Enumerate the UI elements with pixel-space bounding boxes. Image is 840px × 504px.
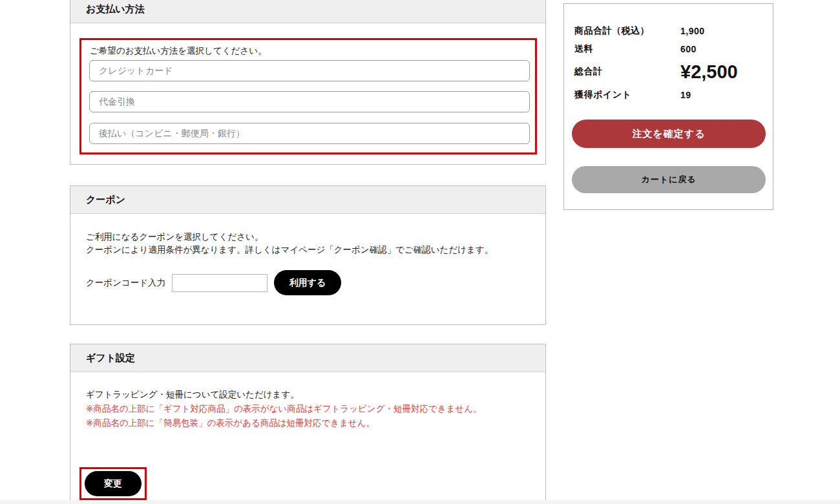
payment-option-cash-on-delivery[interactable]: 代金引換: [89, 91, 530, 112]
subtotal-label: 商品合計（税込）: [574, 25, 680, 37]
payment-option-deferred-payment[interactable]: 後払い（コンビニ・郵便局・銀行）: [89, 123, 530, 144]
gift-description-line: ギフトラッピング・短冊について設定いただけます。: [86, 388, 482, 402]
grand-total-value: ¥2,500: [680, 61, 738, 83]
summary-row-points: 獲得ポイント 19: [574, 89, 762, 101]
coupon-description-line1: ご利用になるクーポンを選択してください。: [86, 231, 493, 244]
payment-section-header: お支払い方法: [70, 0, 545, 23]
payment-option-label: 後払い（コンビニ・郵便局・銀行）: [99, 128, 245, 140]
coupon-apply-button[interactable]: 利用する: [274, 270, 341, 295]
payment-section-title: お支払い方法: [86, 3, 145, 16]
coupon-section-header: クーポン: [70, 186, 545, 214]
coupon-description: ご利用になるクーポンを選択してください。 クーポンにより適用条件が異なります。詳…: [86, 231, 493, 257]
shipping-label: 送料: [574, 43, 680, 55]
points-label: 獲得ポイント: [574, 89, 680, 101]
subtotal-value: 1,900: [680, 26, 705, 36]
back-to-cart-button[interactable]: カートに戻る: [572, 166, 766, 193]
gift-change-button[interactable]: 変更: [85, 471, 142, 496]
coupon-code-label: クーポンコード入力: [86, 277, 165, 289]
summary-row-shipping: 送料 600: [574, 43, 762, 55]
shipping-value: 600: [680, 44, 697, 54]
grand-total-label: 総合計: [574, 66, 680, 78]
change-button-highlight-box: 変更: [79, 467, 147, 500]
coupon-section: クーポン ご利用になるクーポンを選択してください。 クーポンにより適用条件が異な…: [70, 185, 546, 325]
order-summary-panel: 商品合計（税込） 1,900 送料 600 総合計 ¥2,500 獲得ポイント …: [563, 3, 773, 210]
gift-section-header: ギフト設定: [70, 344, 545, 372]
bottom-page-strip: [0, 500, 840, 504]
confirm-order-button[interactable]: 注文を確定する: [572, 120, 766, 148]
coupon-section-title: クーポン: [86, 194, 125, 206]
payment-option-label: 代金引換: [99, 96, 135, 108]
gift-warning-line1: ※商品名の上部に「ギフト対応商品」の表示がない商品はギフトラッピング・短冊対応で…: [86, 402, 482, 416]
coupon-code-input[interactable]: [172, 274, 268, 292]
payment-highlight-box: ご希望のお支払い方法を選択してください。 クレジットカード 代金引換 後払い（コ…: [79, 38, 537, 154]
payment-method-section: お支払い方法 ご希望のお支払い方法を選択してください。 クレジットカード 代金引…: [70, 0, 546, 165]
gift-warning-line2: ※商品名の上部に「簡易包装」の表示がある商品は短冊対応できません。: [86, 416, 482, 430]
gift-description: ギフトラッピング・短冊について設定いただけます。 ※商品名の上部に「ギフト対応商…: [86, 388, 482, 430]
coupon-description-line2: クーポンにより適用条件が異なります。詳しくはマイページ「クーポン確認」でご確認い…: [86, 244, 493, 257]
coupon-input-row: クーポンコード入力 利用する: [86, 270, 341, 295]
gift-settings-section: ギフト設定 ギフトラッピング・短冊について設定いただけます。 ※商品名の上部に「…: [70, 344, 546, 504]
payment-option-label: クレジットカード: [99, 65, 173, 77]
payment-instruction: ご希望のお支払い方法を選択してください。: [90, 45, 266, 57]
gift-section-title: ギフト設定: [86, 352, 135, 364]
summary-row-subtotal: 商品合計（税込） 1,900: [574, 25, 762, 37]
payment-option-credit-card[interactable]: クレジットカード: [89, 60, 530, 81]
summary-row-grand-total: 総合計 ¥2,500: [574, 61, 762, 83]
points-value: 19: [680, 90, 691, 100]
